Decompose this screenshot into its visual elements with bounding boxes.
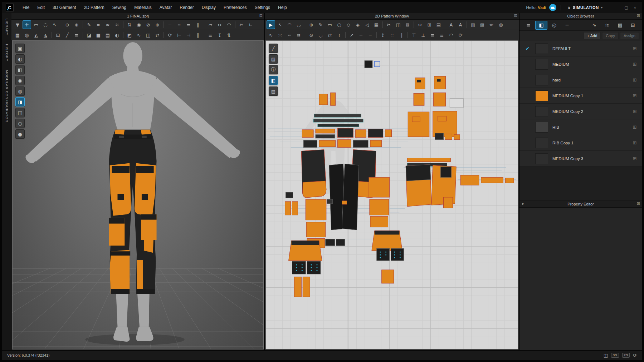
tool-transform-pattern[interactable]: ▶ xyxy=(267,20,275,29)
tool-elastic[interactable]: ∿ xyxy=(135,31,143,39)
tool-trim-cut[interactable]: ✂ xyxy=(237,20,246,29)
tool-needle[interactable]: ╱ xyxy=(63,31,72,39)
tool-silhouette[interactable]: ◍ xyxy=(497,20,505,29)
menu-3d-garment[interactable]: 3D Garment xyxy=(49,2,80,13)
rail-tab-library[interactable]: LIBRARY xyxy=(5,19,9,35)
tool-smooth[interactable]: ◠ xyxy=(447,31,455,39)
refresh-icon[interactable]: ⟳ xyxy=(633,353,637,358)
simulation-button[interactable]: » SIMULATION ▾ xyxy=(565,4,605,11)
ob-action-assign[interactable]: Assign xyxy=(620,32,639,39)
fabric-box-icon[interactable]: ⊞ xyxy=(628,156,642,161)
tool-fit-view[interactable]: ↧ xyxy=(215,31,224,39)
color-swatch[interactable] xyxy=(535,43,548,54)
view-show-pose[interactable]: ○ xyxy=(15,119,25,128)
expand-arrow-icon[interactable]: ► xyxy=(522,202,525,205)
minimize-button[interactable]: — xyxy=(612,5,621,10)
popout-icon[interactable]: ⊡ xyxy=(259,13,263,18)
tool-fold[interactable]: ◡ xyxy=(316,31,325,39)
colorway-item-rib[interactable]: RIB ⊞ xyxy=(519,119,642,135)
view-show-seamlines[interactable]: ◫ xyxy=(15,108,25,117)
color-swatch[interactable] xyxy=(535,106,548,117)
fabric-box-icon[interactable]: ⊞ xyxy=(628,61,642,67)
popout-icon[interactable]: ⊡ xyxy=(637,13,640,18)
view-3d-button[interactable]: 3D xyxy=(611,353,619,358)
tool-circle[interactable]: ○ xyxy=(335,20,343,29)
tool-measure-2d[interactable]: ↕ xyxy=(379,31,387,39)
tool-distribute[interactable]: ∥ xyxy=(194,31,202,39)
view-show-pattern[interactable]: ◧ xyxy=(269,76,278,85)
rail-tab-history[interactable]: HISTORY xyxy=(5,44,9,61)
tool-pin[interactable]: ⊙ xyxy=(63,20,72,29)
tool-grading[interactable]: ⊞ xyxy=(425,20,434,29)
3d-window-titlebar[interactable]: 1 FINAL.zprj ⊡ xyxy=(11,13,264,20)
view-swatch-2d[interactable]: ▨ xyxy=(269,54,278,64)
tool-align-left[interactable]: ⊢ xyxy=(175,31,184,39)
tool-pressure[interactable]: ◐ xyxy=(113,31,121,39)
close-button[interactable]: × xyxy=(631,5,639,10)
menu-render[interactable]: Render xyxy=(176,2,197,13)
tool-dart[interactable]: ◈ xyxy=(353,20,362,29)
tool-measure[interactable]: ∟ xyxy=(247,20,255,29)
view-show-avatar[interactable]: ◉ xyxy=(15,76,25,85)
color-swatch[interactable] xyxy=(535,138,548,148)
tool-bond[interactable]: ≡ xyxy=(72,31,81,39)
tool-piping[interactable]: ═ xyxy=(184,20,193,29)
tool-edit-curve-point[interactable]: ◡ xyxy=(294,20,303,29)
tool-edit-pattern[interactable]: ↖ xyxy=(276,20,284,29)
tool-pattern-annotation[interactable]: A xyxy=(456,20,465,29)
tool-button[interactable]: ◉ xyxy=(135,20,143,29)
tool-pen[interactable]: ✎ xyxy=(316,20,325,29)
colorway-item-medium-copy-3[interactable]: MEDIUM Copy 3 ⊞ xyxy=(519,151,642,167)
maximize-button[interactable]: ▢ xyxy=(621,5,631,10)
menu-materials[interactable]: Materials xyxy=(130,2,156,13)
view-needle-2d[interactable]: ╱ xyxy=(269,44,278,53)
tool-sew-free[interactable]: ≈ xyxy=(103,20,112,29)
color-swatch[interactable] xyxy=(535,59,548,70)
dropdown-caret-icon[interactable]: ▾ xyxy=(601,6,603,9)
tool-refresh-layout[interactable]: ⟳ xyxy=(456,31,465,39)
tool-topstitch[interactable]: ┄ xyxy=(166,20,174,29)
tab-zigzag-view[interactable]: ≋ xyxy=(601,21,613,30)
tool-avatar-tape[interactable]: ◠ xyxy=(225,20,233,29)
menu-2d-pattern[interactable]: 2D Pattern xyxy=(80,2,108,13)
username[interactable]: Vadi xyxy=(538,5,546,10)
fabric-box-icon[interactable]: ⊞ xyxy=(628,77,642,83)
menu-display[interactable]: Display xyxy=(198,2,220,13)
view-world-view[interactable]: ● xyxy=(15,129,25,139)
tool-shrink[interactable]: ◩ xyxy=(125,31,134,39)
tool-sew-edit-2d[interactable]: ∿ xyxy=(267,31,275,39)
tool-pose-mirror[interactable]: ◮ xyxy=(41,31,50,39)
menu-avatar[interactable]: Avatar xyxy=(156,2,176,13)
tool-distribute-h[interactable]: ≡ xyxy=(428,31,437,39)
fabric-box-icon[interactable]: ⊞ xyxy=(628,140,642,145)
tool-flatten[interactable]: ▱ xyxy=(206,20,215,29)
menu-help[interactable]: Help xyxy=(274,2,291,13)
colorway-item-medium[interactable]: MEDIUM ⊞ xyxy=(519,56,642,72)
tool-flip[interactable]: ⇄ xyxy=(326,31,334,39)
tool-binding[interactable]: ∥ xyxy=(194,20,202,29)
view-2d-button[interactable]: 2D xyxy=(622,353,630,358)
tool-add-point[interactable]: ⊕ xyxy=(307,20,316,29)
ob-action-add[interactable]: + Add xyxy=(584,32,601,39)
tab-list-view[interactable]: ≡ xyxy=(522,21,535,30)
tool-arrange[interactable]: ▦ xyxy=(13,31,22,39)
fabric-box-icon[interactable]: ⊞ xyxy=(628,93,642,98)
view-snapshot[interactable]: ▣ xyxy=(15,44,25,53)
2d-pattern-canvas[interactable]: ╱▨ⓘ◧▤ xyxy=(265,40,518,349)
rail-tab-modular-configurator[interactable]: MODULAR CONFIGURATOR xyxy=(5,70,9,122)
tool-internal-line[interactable]: ─ xyxy=(357,31,365,39)
tool-pull[interactable]: ⇅ xyxy=(225,31,233,39)
tab-garment-view[interactable]: ◧ xyxy=(535,21,547,30)
color-swatch[interactable] xyxy=(535,122,548,133)
color-swatch[interactable] xyxy=(535,75,548,85)
2d-window-titlebar[interactable]: 2D Pattern Window ⊡ xyxy=(265,13,519,20)
tool-clone[interactable]: ⊠ xyxy=(403,20,412,29)
tab-line-view[interactable]: ─ xyxy=(561,21,573,30)
tool-simulate[interactable]: ▼ xyxy=(13,20,22,29)
tool-mirror[interactable]: ⇄ xyxy=(153,31,162,39)
dual-view-icon[interactable]: ◫ xyxy=(604,353,608,358)
tool-grading-edit[interactable]: ▤ xyxy=(434,20,443,29)
view-info[interactable]: ⓘ xyxy=(269,65,278,74)
closet-cloud-icon[interactable] xyxy=(549,4,556,11)
tool-align-top[interactable]: ⊤ xyxy=(410,31,418,39)
